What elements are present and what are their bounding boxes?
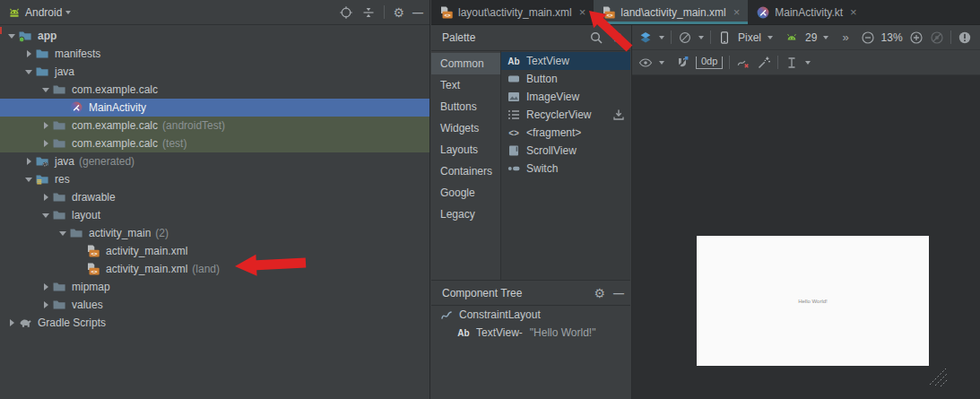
tab-land-activity-main[interactable]: <> land\activity_main.xml ×	[594, 0, 748, 24]
expand-arrow-icon[interactable]	[39, 140, 52, 147]
tree-item-activity-main-xml[interactable]: <> activity_main.xml	[0, 242, 429, 260]
expand-arrow-icon[interactable]	[56, 231, 69, 236]
component-tree-panel: Component Tree ⚙ — ConstraintLayout Ab T…	[431, 280, 630, 399]
category-legacy[interactable]: Legacy	[431, 204, 500, 225]
chevron-down-icon[interactable]	[659, 61, 664, 65]
hide-panel-icon[interactable]: —	[613, 287, 623, 299]
device-phone-icon[interactable]	[717, 30, 732, 45]
hello-world-text: Hello World!	[798, 299, 828, 304]
zoom-out-icon[interactable]	[861, 30, 875, 45]
chevron-down-icon[interactable]	[659, 36, 664, 39]
tree-item-mipmap[interactable]: mipmap	[0, 278, 429, 296]
expand-arrow-icon[interactable]	[39, 301, 52, 308]
gear-icon[interactable]: ⚙	[594, 287, 605, 299]
android-logo-icon	[7, 5, 22, 20]
expand-arrow-icon[interactable]	[39, 213, 52, 218]
tree-item-java-generated[interactable]: java (generated)	[0, 152, 429, 170]
expand-arrow-icon[interactable]	[5, 319, 18, 326]
expand-arrow-icon[interactable]	[39, 88, 52, 92]
category-text[interactable]: Text	[431, 74, 500, 96]
gear-icon[interactable]: ⚙	[611, 31, 623, 44]
locate-file-icon[interactable]	[339, 5, 353, 20]
chevron-down-icon[interactable]	[805, 61, 811, 65]
category-google[interactable]: Google	[431, 182, 500, 204]
component-textview[interactable]: Ab TextView	[501, 52, 630, 70]
expand-arrow-icon[interactable]	[5, 34, 18, 39]
package-icon	[52, 298, 66, 312]
view-options-eye-icon[interactable]	[638, 56, 653, 70]
tree-item-mainactivity[interactable]: MainActivity	[0, 99, 429, 117]
tree-item-res[interactable]: res	[0, 170, 429, 188]
tree-item-layout[interactable]: layout	[0, 206, 429, 224]
category-common[interactable]: Common	[431, 53, 500, 74]
device-preview-landscape[interactable]: Hello World!	[697, 236, 929, 366]
orientation-icon[interactable]	[678, 30, 692, 45]
tree-item-package[interactable]: com.example.calc	[0, 81, 429, 99]
tree-item-values[interactable]: values	[0, 296, 429, 314]
pack-align-icon[interactable]	[785, 56, 799, 70]
category-widgets[interactable]: Widgets	[431, 117, 500, 139]
zoom-in-icon[interactable]	[909, 30, 924, 45]
component-imageview[interactable]: ImageView	[501, 88, 630, 106]
textview-icon: Ab	[507, 56, 521, 66]
close-icon[interactable]: ×	[850, 6, 857, 18]
palette-categories: Common Text Buttons Widgets Layouts Cont…	[431, 51, 501, 280]
tree-item-manifests[interactable]: manifests	[0, 45, 429, 63]
close-icon[interactable]: ×	[733, 6, 741, 18]
chevron-down-icon[interactable]	[768, 36, 773, 39]
expand-arrow-icon[interactable]	[39, 194, 52, 201]
close-icon[interactable]: ×	[579, 6, 586, 18]
package-icon	[52, 280, 66, 294]
search-icon[interactable]	[589, 30, 603, 45]
project-view-selector-label[interactable]: Android	[25, 6, 62, 19]
divider	[710, 30, 711, 44]
expand-arrow-icon[interactable]	[39, 122, 52, 129]
expand-arrow-icon[interactable]	[22, 158, 35, 165]
tree-item-activity-main-group[interactable]: activity_main (2)	[0, 224, 429, 242]
default-margins-control[interactable]: 0dp	[696, 56, 723, 69]
autoconnect-magnet-icon[interactable]	[675, 56, 689, 70]
tree-item-app[interactable]: app	[0, 27, 429, 45]
expand-arrow-icon[interactable]	[22, 70, 35, 74]
clear-constraints-icon[interactable]	[736, 56, 750, 70]
component-tree-item-constraintlayout[interactable]: ConstraintLayout	[431, 306, 630, 324]
device-selector-label[interactable]: Pixel	[738, 31, 761, 44]
api-level-label[interactable]: 29	[805, 31, 817, 44]
expand-arrow-icon[interactable]	[39, 283, 52, 291]
download-icon[interactable]	[611, 108, 626, 122]
category-buttons[interactable]: Buttons	[431, 96, 500, 117]
component-tree-item-textview[interactable]: Ab TextView- "Hello World!"	[431, 324, 630, 342]
tree-item-java[interactable]: java	[0, 63, 429, 81]
scrollview-icon	[507, 143, 521, 158]
component-button[interactable]: Button	[501, 70, 630, 88]
gear-icon[interactable]: ⚙	[393, 6, 404, 19]
errors-panel-icon[interactable]	[958, 30, 972, 45]
chevron-down-icon[interactable]	[698, 36, 704, 39]
design-surface-icon[interactable]	[638, 30, 653, 45]
tree-item-gradle-scripts[interactable]: Gradle Scripts	[0, 314, 429, 332]
component-switch[interactable]: Switch	[501, 160, 630, 178]
tree-item-drawable[interactable]: drawable	[0, 188, 429, 206]
hide-panel-icon[interactable]: —	[412, 6, 422, 19]
category-layouts[interactable]: Layouts	[431, 139, 500, 160]
tree-item-test[interactable]: com.example.calc (test)	[0, 134, 429, 152]
tab-mainactivity-kt[interactable]: MainActivity.kt ×	[748, 0, 864, 24]
component-scrollview[interactable]: ScrollView	[501, 142, 630, 160]
expand-arrow-icon[interactable]	[22, 50, 35, 57]
overflow-chevrons-icon[interactable]: »	[842, 30, 848, 44]
zoom-to-fit-icon[interactable]	[930, 30, 944, 45]
infer-constraints-wand-icon[interactable]	[757, 56, 771, 70]
design-canvas[interactable]: Hello World!	[632, 75, 980, 399]
expand-arrow-icon[interactable]	[22, 178, 35, 182]
tree-item-androidtest[interactable]: com.example.calc (androidTest)	[0, 117, 429, 134]
component-recyclerview[interactable]: RecyclerView	[501, 106, 630, 124]
collapse-all-icon[interactable]	[361, 5, 376, 20]
category-containers[interactable]: Containers	[431, 160, 500, 182]
chevron-down-icon[interactable]	[823, 36, 828, 39]
resize-handle[interactable]	[928, 367, 950, 391]
chevron-down-icon[interactable]	[65, 11, 71, 14]
tree-item-activity-main-xml-land[interactable]: <> activity_main.xml (land)	[0, 260, 429, 278]
android-api-icon[interactable]	[785, 30, 799, 45]
component-fragment[interactable]: <> <fragment>	[501, 124, 630, 142]
tab-layout-activity-main[interactable]: <> layout\activity_main.xml ×	[431, 0, 594, 24]
